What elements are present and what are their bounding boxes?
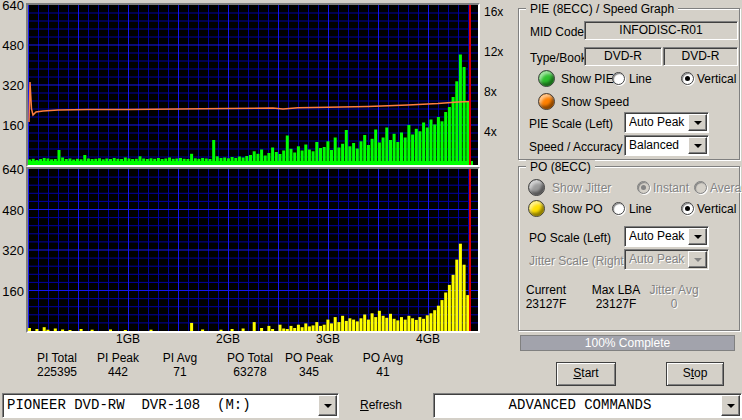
axis-tick-label: 320: [0, 79, 24, 92]
commands-dropdown-arrow-icon[interactable]: [721, 395, 740, 416]
device-select-value: PIONEER DVD-RW DVR-108 (M:): [7, 395, 319, 416]
jitter-average-radio: [694, 181, 707, 194]
pi-avg-label: PI Avg: [140, 351, 220, 365]
axis-tick-label: 16x: [484, 6, 503, 19]
commands-select[interactable]: ADVANCED COMMANDS: [433, 393, 742, 418]
pie-vertical-label: Vertical: [697, 72, 736, 86]
show-po-led-button[interactable]: [528, 200, 545, 217]
mid-code-value: INFODISC-R01: [584, 21, 738, 40]
jitter-instant-radio: [637, 181, 650, 194]
speed-accuracy-dropdown-arrow-icon[interactable]: [688, 137, 707, 154]
show-jitter-label: Show Jitter: [552, 181, 611, 195]
axis-tick-label: 1GB: [106, 333, 150, 346]
show-po-label: Show PO: [552, 202, 603, 216]
pie-group-title: PIE (8ECC) / Speed Graph: [526, 2, 678, 16]
type-book-label: Type/Book: [530, 51, 587, 65]
po-vertical-radio[interactable]: [681, 202, 694, 215]
po-peak-label: PO Peak: [269, 351, 349, 365]
device-select[interactable]: PIONEER DVD-RW DVR-108 (M:): [2, 393, 339, 418]
pie-scale-dropdown-arrow-icon[interactable]: [688, 114, 707, 131]
po-group-title: PO (8ECC): [526, 160, 595, 174]
mid-code-label: MID Code: [530, 25, 584, 39]
show-pie-led-button[interactable]: [538, 70, 555, 87]
pie-line-radio[interactable]: [612, 72, 625, 85]
axis-tick-label: 640: [0, 0, 24, 12]
po-line-radio[interactable]: [612, 202, 625, 215]
po-scale-label: PO Scale (Left): [529, 231, 611, 245]
po-scale-value: Auto Peak: [629, 228, 689, 245]
jitter-scale-value: Auto Peak: [629, 251, 689, 268]
jitter-scale-dropdown-arrow-icon: [688, 251, 707, 268]
speed-accuracy-label: Speed / Accuracy: [529, 140, 622, 154]
jitter-instant-label: Instant: [653, 181, 689, 195]
disc-quality-scanner-window: PIE (8ECC) / Speed Graph MID Code INFODI…: [0, 0, 742, 420]
axis-tick-label: 4GB: [406, 333, 450, 346]
pie-speed-graph: [28, 5, 478, 165]
axis-tick-label: 2GB: [206, 333, 250, 346]
axis-tick-label: 480: [0, 204, 24, 217]
po-avg-label: PO Avg: [343, 351, 423, 365]
axis-tick-label: 640: [0, 163, 24, 176]
commands-select-value: ADVANCED COMMANDS: [438, 395, 722, 416]
show-pie-label: Show PIE: [561, 72, 614, 86]
po-avg-value: 41: [343, 365, 423, 379]
show-speed-led-button[interactable]: [538, 93, 555, 110]
book-type-value: DVD-R: [663, 47, 738, 66]
axis-tick-label: 12x: [484, 46, 503, 59]
speed-accuracy-select[interactable]: Balanced: [624, 135, 709, 156]
pie-line-label: Line: [629, 72, 652, 86]
po-scale-select[interactable]: Auto Peak: [624, 226, 709, 247]
stop-button[interactable]: Stop: [666, 362, 724, 386]
show-jitter-led-button: [528, 179, 545, 196]
current-lba-label: Current: [506, 283, 586, 297]
jitter-scale-select: Auto Peak: [624, 249, 709, 270]
jitter-scale-label: Jitter Scale (Right): [529, 254, 628, 268]
po-vertical-label: Vertical: [697, 202, 736, 216]
device-dropdown-arrow-icon[interactable]: [318, 395, 337, 416]
pie-scale-label: PIE Scale (Left): [529, 117, 613, 131]
refresh-button[interactable]: Refresh: [360, 398, 402, 412]
axis-tick-label: 4x: [484, 126, 497, 139]
scan-progress-bar: 100% Complete: [520, 335, 735, 351]
jitter-average-label: Average: [710, 181, 742, 195]
axis-tick-label: 480: [0, 39, 24, 52]
po-scale-dropdown-arrow-icon[interactable]: [688, 228, 707, 245]
show-speed-label: Show Speed: [561, 95, 629, 109]
pi-avg-value: 71: [140, 365, 220, 379]
axis-tick-label: 320: [0, 244, 24, 257]
pie-graph-frame: [26, 3, 480, 167]
po-graph-frame: [26, 167, 480, 333]
pie-scale-value: Auto Peak: [629, 114, 689, 131]
start-button[interactable]: Start: [556, 362, 616, 386]
po-peak-value: 345: [269, 365, 349, 379]
pie-scale-select[interactable]: Auto Peak: [624, 112, 709, 133]
po-graph: [28, 169, 478, 331]
jitter-avg-label: Jitter Avg: [634, 283, 714, 297]
pie-vertical-radio[interactable]: [681, 72, 694, 85]
po-line-label: Line: [629, 202, 652, 216]
axis-tick-label: 3GB: [306, 333, 350, 346]
disc-type-value: DVD-R: [584, 47, 662, 66]
axis-tick-label: 8x: [484, 86, 497, 99]
speed-accuracy-value: Balanced: [629, 137, 689, 154]
axis-tick-label: 160: [0, 119, 24, 132]
jitter-avg-value: 0: [634, 297, 714, 311]
current-lba-value: 23127F: [506, 297, 586, 311]
axis-tick-label: 160: [0, 285, 24, 298]
